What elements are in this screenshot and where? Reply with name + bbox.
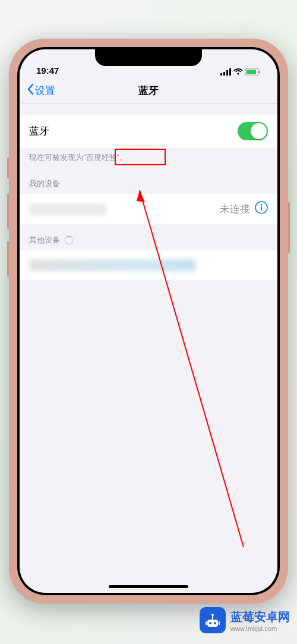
status-time: 19:47 [36, 65, 59, 76]
svg-rect-0 [220, 73, 222, 76]
other-devices-header: 其他设备 [20, 224, 277, 250]
watermark: 蓝莓安卓网 www.lmkjst.com [200, 607, 290, 633]
notch [95, 49, 202, 66]
other-device-row[interactable] [20, 250, 277, 280]
wifi-icon [233, 68, 243, 76]
device-status-text: 未连接 [220, 202, 250, 216]
svg-rect-18 [219, 621, 220, 625]
svg-point-14 [214, 622, 216, 624]
nav-bar: 设置 蓝牙 [20, 78, 277, 104]
device-name-redacted [29, 203, 106, 215]
my-device-row[interactable]: 未连接 [20, 194, 277, 224]
back-button[interactable]: 设置 [27, 83, 55, 98]
side-button-volume-up [7, 193, 9, 229]
signal-icon [220, 68, 231, 76]
device-status: 未连接 [220, 201, 268, 217]
nav-title: 蓝牙 [138, 84, 159, 98]
my-devices-label: 我的设备 [29, 178, 60, 189]
side-button-volume-down [7, 241, 9, 277]
svg-rect-2 [226, 70, 228, 76]
discoverable-suffix: 。 [119, 153, 127, 162]
phone-frame: 19:47 [9, 39, 288, 604]
home-indicator[interactable] [109, 585, 188, 588]
side-button-silent [7, 158, 9, 178]
screen: 19:47 [20, 49, 277, 593]
discoverable-device-name: "百度经验" [83, 153, 119, 162]
content-area: 蓝牙 现在可被发现为"百度经验"。 我的设备 [20, 115, 277, 593]
toggle-knob [251, 123, 267, 139]
other-devices-label: 其他设备 [29, 235, 60, 246]
watermark-url: www.lmkjst.com [230, 625, 290, 632]
watermark-title: 蓝莓安卓网 [230, 609, 290, 625]
back-label: 设置 [35, 84, 55, 98]
battery-icon [245, 68, 261, 76]
svg-rect-9 [261, 206, 262, 211]
watermark-logo-icon [200, 607, 226, 633]
svg-rect-1 [223, 72, 225, 76]
side-button-power [288, 202, 290, 253]
discoverable-text: 现在可被发现为"百度经验"。 [20, 147, 277, 168]
svg-rect-5 [247, 70, 256, 74]
phone-bezel: 19:47 [17, 47, 280, 595]
svg-rect-17 [206, 621, 207, 625]
svg-point-13 [209, 622, 211, 624]
bluetooth-label: 蓝牙 [29, 124, 49, 138]
status-icons [220, 68, 261, 76]
discoverable-prefix: 现在可被发现为 [29, 153, 83, 162]
info-icon[interactable] [255, 201, 268, 217]
svg-point-16 [211, 614, 214, 616]
spinner-icon [65, 236, 73, 244]
svg-point-8 [261, 204, 263, 206]
bluetooth-toggle-row: 蓝牙 [20, 115, 277, 147]
watermark-text: 蓝莓安卓网 www.lmkjst.com [230, 609, 290, 632]
svg-rect-6 [259, 71, 260, 73]
bluetooth-toggle[interactable] [238, 122, 268, 140]
svg-rect-12 [207, 620, 218, 627]
chevron-left-icon [27, 83, 34, 98]
my-devices-header: 我的设备 [20, 168, 277, 194]
svg-rect-3 [229, 68, 231, 76]
other-device-name-redacted [29, 259, 195, 271]
